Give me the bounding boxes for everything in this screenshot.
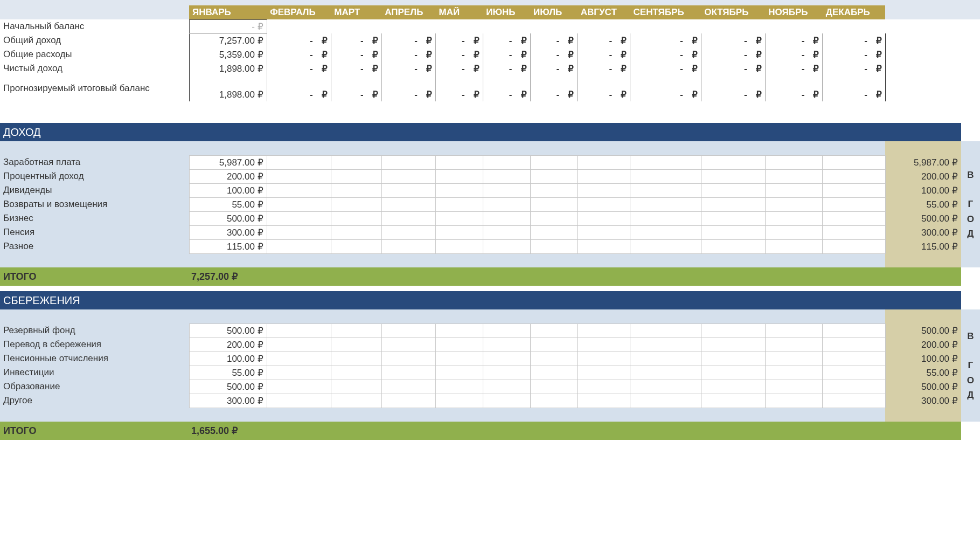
savings-row: Инвестиции 55.00 ₽ 55.00 ₽ [0,366,980,380]
month-mar: МАРТ [331,5,381,19]
month-jul: ИЮЛЬ [530,5,578,19]
summary-row-initial-balance: Начальный баланс - ₽ [0,19,980,33]
savings-row: Резервный фонд 500.00 ₽ 500.00 ₽ [0,323,980,338]
month-oct: ОКТЯБРЬ [701,5,765,19]
summary-row-projected-balance: Прогнозируемый итоговый баланс 1,898.00 … [0,75,980,101]
savings-total-row: ИТОГО 1,655.00 ₽ [0,422,980,440]
savings-section-header: СБЕРЕЖЕНИЯ [0,291,980,309]
savings-row: Пенсионные отчисления 100.00 ₽ 100.00 ₽ [0,352,980,366]
income-section-header: ДОХОД [0,123,980,141]
month-jan: ЯНВАРЬ [189,5,267,19]
savings-row: Перевод в сбережения 200.00 ₽ 200.00 ₽ [0,338,980,352]
savings-row: Образование 500.00 ₽ 500.00 ₽ [0,380,980,394]
month-may: МАЙ [436,5,483,19]
month-feb: ФЕВРАЛЬ [267,5,331,19]
month-jun: ИЮНЬ [483,5,530,19]
income-row: Заработная плата 5,987.00 ₽ 5,987.00 ₽ [0,155,980,169]
month-aug: АВГУСТ [578,5,630,19]
summary-row-total-expenses: Общие расходы 5,359.00 ₽ -₽ -₽ -₽ -₽ -₽ … [0,47,980,61]
month-header-row: ЯНВАРЬ ФЕВРАЛЬ МАРТ АПРЕЛЬ МАЙ ИЮНЬ ИЮЛЬ… [0,5,980,19]
month-sep: СЕНТЯБРЬ [630,5,701,19]
summary-row-net-income: Чистый доход 1,898.00 ₽ -₽ -₽ -₽ -₽ -₽ -… [0,61,980,75]
summary-label: Начальный баланс [0,19,189,33]
month-dec: ДЕКАБРЬ [823,5,886,19]
savings-row: Другое 300.00 ₽ 300.00 ₽ [0,394,980,408]
income-row: Разное 115.00 ₽ 115.00 ₽ [0,239,980,253]
income-row: Процентный доход 200.00 ₽ 200.00 ₽ [0,169,980,183]
month-apr: АПРЕЛЬ [381,5,435,19]
income-row: Возвраты и возмещения 55.00 ₽ 55.00 ₽ [0,197,980,211]
income-row: Дивиденды 100.00 ₽ 100.00 ₽ [0,183,980,197]
yearly-label: ВГОД [961,141,980,267]
budget-spreadsheet: ЯНВАРЬ ФЕВРАЛЬ МАРТ АПРЕЛЬ МАЙ ИЮНЬ ИЮЛЬ… [0,5,980,440]
month-nov: НОЯБРЬ [765,5,823,19]
summary-row-total-income: Общий доход 7,257.00 ₽ -₽ -₽ -₽ -₽ -₽ -₽… [0,33,980,47]
income-total-row: ИТОГО 7,257.00 ₽ [0,267,980,286]
summary-cell[interactable]: - ₽ [189,19,267,33]
income-row: Бизнес 500.00 ₽ 500.00 ₽ [0,211,980,225]
income-row: Пенсия 300.00 ₽ 300.00 ₽ [0,225,980,239]
yearly-label: ВГОД [961,309,980,422]
